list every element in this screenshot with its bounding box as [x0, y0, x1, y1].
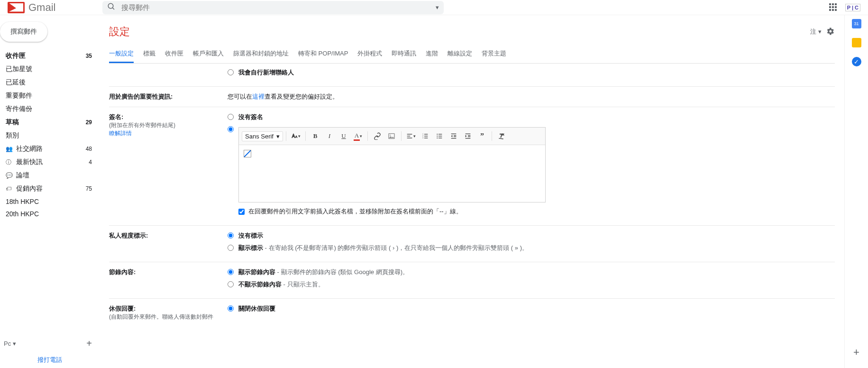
tab-forwarding[interactable]: 轉寄和 POP/IMAP: [298, 46, 348, 63]
signature-learn-link[interactable]: 瞭解詳情: [109, 130, 132, 137]
keep-icon[interactable]: [852, 38, 861, 47]
nav-label-18hkpc[interactable]: 18th HKPC: [0, 195, 100, 208]
signature-label: 簽名:: [109, 113, 228, 121]
nav-sent[interactable]: 寄件備份: [0, 102, 100, 116]
nav-cat-social[interactable]: 👥社交網路48: [0, 142, 100, 156]
app-header: Gmail ▾ P | C: [0, 0, 868, 15]
signature-editor: Sans Serif▾ ▾ B I U A▾: [238, 127, 546, 202]
tasks-icon[interactable]: ✓: [852, 57, 861, 66]
social-icon: 👥: [6, 146, 11, 152]
nav-categories[interactable]: 類別: [0, 129, 100, 142]
signature-none-radio[interactable]: [228, 114, 234, 120]
compose-button[interactable]: 撰寫郵件: [0, 22, 47, 42]
search-input[interactable]: [121, 3, 436, 11]
underline-button[interactable]: U: [337, 129, 350, 143]
tab-addons[interactable]: 外掛程式: [357, 46, 382, 63]
indent-more-button[interactable]: [461, 129, 475, 143]
nav-cat-promos[interactable]: 🏷促銷內容75: [0, 182, 100, 195]
broken-image-icon: [244, 150, 251, 157]
tab-themes[interactable]: 背景主題: [482, 46, 506, 63]
align-button[interactable]: ▾: [404, 129, 418, 143]
quote-button[interactable]: ”: [475, 129, 489, 143]
link-button[interactable]: [371, 129, 384, 143]
new-chat-icon[interactable]: +: [86, 338, 92, 349]
tab-chat[interactable]: 即時通訊: [392, 46, 416, 63]
forum-icon: 💬: [6, 172, 11, 179]
nav-cat-updates[interactable]: ⓘ最新快訊4: [0, 156, 100, 169]
svg-point-3: [390, 135, 391, 136]
nav-label-20hkpc[interactable]: 20th HKPC: [0, 208, 100, 220]
setting-indicators: 私人程度標示: 沒有標示 顯示標示 - 在寄給我 (不是郵寄清單) 的郵件旁顯示…: [109, 226, 835, 262]
density-toggle[interactable]: 注 ▾: [810, 28, 822, 36]
svg-line-1: [112, 8, 114, 9]
hangouts-account-row[interactable]: Pc ▾ +: [0, 335, 100, 352]
bold-button[interactable]: B: [309, 129, 322, 143]
indicator-none-radio[interactable]: [228, 232, 234, 239]
svg-point-18: [437, 138, 438, 138]
editor-toolbar: Sans Serif▾ ▾ B I U A▾: [239, 128, 545, 145]
contacts-manual-radio[interactable]: [228, 69, 234, 75]
snippet-show-radio[interactable]: [228, 269, 234, 275]
tab-filters[interactable]: 篩選器和封鎖的地址: [233, 46, 289, 63]
account-badge[interactable]: P | C: [845, 4, 860, 11]
numbered-list-button[interactable]: 123: [419, 129, 432, 143]
tab-accounts[interactable]: 帳戶和匯入: [193, 46, 224, 63]
signature-custom-radio[interactable]: [228, 126, 234, 132]
indicator-show-radio[interactable]: [228, 245, 234, 251]
sidebar: 撰寫郵件 收件匣35 已加星號 已延後 重要郵件 寄件備份 草稿29 類別 👥社…: [0, 15, 100, 368]
svg-point-16: [437, 134, 438, 135]
nav-inbox[interactable]: 收件匣35: [0, 49, 100, 63]
call-phone-link[interactable]: 撥打電話: [0, 352, 100, 368]
svg-text:3: 3: [422, 137, 423, 139]
addons-plus-icon[interactable]: +: [853, 346, 859, 359]
image-button[interactable]: [385, 129, 398, 143]
svg-point-17: [437, 136, 438, 137]
tab-inbox[interactable]: 收件匣: [165, 46, 183, 63]
side-panel: 31 ✓ +: [844, 15, 868, 368]
font-family-select[interactable]: Sans Serif▾: [242, 131, 283, 141]
indent-less-button[interactable]: [447, 129, 460, 143]
nav-cat-forums[interactable]: 💬論壇: [0, 169, 100, 182]
nav-important[interactable]: 重要郵件: [0, 89, 100, 102]
text-color-button[interactable]: A▾: [351, 129, 365, 143]
tab-advanced[interactable]: 進階: [426, 46, 438, 63]
tab-labels[interactable]: 標籤: [143, 46, 155, 63]
font-size-button[interactable]: ▾: [289, 129, 302, 143]
tag-icon: 🏷: [6, 185, 11, 192]
search-icon: [107, 2, 116, 12]
settings-title: 設定: [109, 25, 810, 39]
calendar-icon[interactable]: 31: [852, 19, 861, 28]
search-box[interactable]: ▾: [102, 1, 444, 14]
signature-textarea[interactable]: [239, 145, 545, 202]
nav-starred[interactable]: 已加星號: [0, 63, 100, 76]
vacation-off-radio[interactable]: [228, 305, 234, 312]
bullet-list-button[interactable]: [433, 129, 446, 143]
signature-insert-label: 在回覆郵件的引用文字前插入此簽名檔，並移除附加在簽名檔前面的「--」線。: [248, 207, 462, 216]
setting-ads: 用於廣告的重要性資訊: 您可以在這裡查看及變更您的偏好設定。: [109, 87, 835, 107]
ads-prefs-link[interactable]: 這裡: [252, 93, 265, 100]
apps-grid-icon[interactable]: [829, 3, 838, 12]
clear-format-button[interactable]: [495, 129, 508, 143]
snippet-hide-radio[interactable]: [228, 281, 234, 287]
setting-vacation: 休假回覆: (自動回覆外來郵件。聯絡人傳送數封郵件 關閉休假回覆: [109, 299, 835, 327]
gmail-logo-icon: [8, 2, 25, 13]
logo-text: Gmail: [28, 1, 55, 14]
tab-offline[interactable]: 離線設定: [448, 46, 472, 63]
tab-general[interactable]: 一般設定: [109, 46, 134, 63]
settings-main: 設定 注 ▾ 一般設定 標籤 收件匣 帳戶和匯入 篩選器和封鎖的地址 轉寄和 P…: [100, 15, 844, 368]
info-icon: ⓘ: [6, 158, 11, 166]
search-dropdown-icon[interactable]: ▾: [436, 4, 439, 11]
nav-snoozed[interactable]: 已延後: [0, 76, 100, 89]
setting-signature: 簽名: (附加在所有外寄郵件結尾) 瞭解詳情 沒有簽名 Sans Serif▾ …: [109, 107, 835, 226]
ads-label: 用於廣告的重要性資訊:: [109, 93, 173, 100]
svg-point-0: [108, 3, 113, 9]
nav-list: 收件匣35 已加星號 已延後 重要郵件 寄件備份 草稿29 類別 👥社交網路48…: [0, 49, 100, 335]
italic-button[interactable]: I: [323, 129, 336, 143]
signature-insert-checkbox[interactable]: [238, 209, 245, 215]
nav-drafts[interactable]: 草稿29: [0, 116, 100, 129]
setting-snippets: 節錄內容: 顯示節錄內容 - 顯示郵件的節錄內容 (類似 Google 網頁搜尋…: [109, 262, 835, 299]
signature-sublabel: (附加在所有外寄郵件結尾): [109, 121, 228, 129]
gear-icon[interactable]: [825, 27, 835, 37]
logo-area: Gmail: [8, 1, 102, 14]
contacts-manual-label: 我會自行新增聯絡人: [238, 68, 294, 77]
